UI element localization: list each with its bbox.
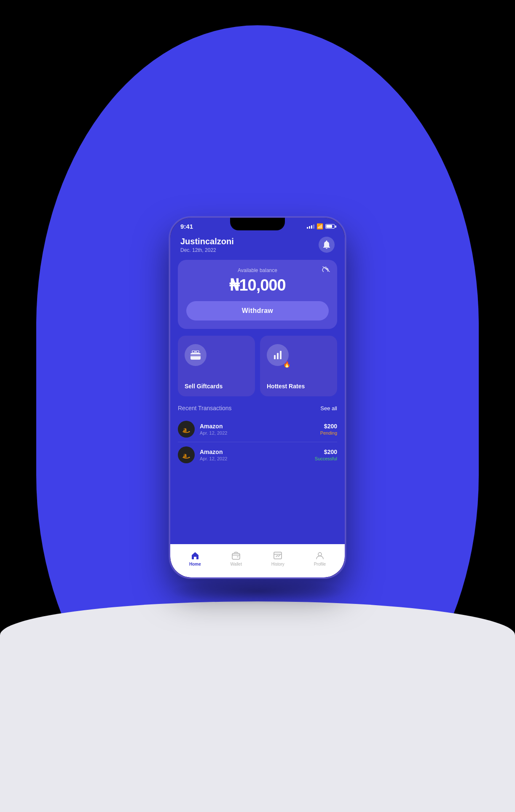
status-icons: 📶 (307, 223, 335, 230)
battery-icon (325, 224, 335, 229)
svg-rect-7 (280, 351, 282, 359)
see-all-button[interactable]: See all (320, 405, 337, 411)
bottom-navigation: Home Wallet (170, 544, 345, 577)
phone-notch (230, 218, 285, 230)
app-header: Justincalzoni Dec. 12th, 2022 (170, 230, 345, 258)
phone-shadow (169, 579, 346, 604)
svg-rect-10 (232, 553, 240, 559)
wallet-icon (231, 551, 241, 560)
sell-giftcards-label: Sell Giftcards (185, 383, 223, 390)
nav-profile[interactable]: Profile (309, 549, 331, 568)
hottest-rates-label: Hottest Rates (267, 383, 305, 390)
svg-rect-5 (274, 355, 276, 359)
history-icon (273, 551, 282, 560)
eye-slash-icon (322, 266, 330, 272)
user-date: Dec. 12th, 2022 (180, 247, 234, 253)
transaction-amount-1: $200 (320, 423, 337, 430)
bell-icon (323, 240, 330, 249)
notification-button[interactable] (319, 237, 335, 253)
wifi-icon: 📶 (317, 223, 323, 230)
sell-giftcards-card[interactable]: Sell Giftcards (178, 336, 255, 396)
amazon-logo-1: a (182, 425, 191, 434)
transaction-name-1: Amazon (200, 423, 315, 430)
transaction-amount-col-2: $200 Successful (315, 449, 337, 461)
giftcard-icon (190, 350, 201, 360)
transaction-amount-col-1: $200 Pending (320, 423, 337, 435)
balance-card: Available balance ₦10,000 Withdraw (178, 260, 337, 329)
merchant-avatar-amazon-1: a (178, 421, 195, 438)
nav-home[interactable]: Home (184, 549, 206, 568)
chart-icon (273, 351, 282, 359)
transaction-status-2: Successful (315, 456, 337, 461)
merchant-avatar-amazon-2: a (178, 446, 195, 463)
hide-balance-button[interactable] (322, 266, 330, 275)
svg-point-13 (318, 553, 322, 556)
transaction-date-2: Apr. 12, 2022 (200, 456, 310, 461)
transaction-item: a Amazon Apr. 12, 2022 $200 Pending (170, 417, 345, 442)
amazon-logo-2: a (182, 450, 191, 459)
signal-icon (307, 224, 314, 229)
transaction-date-1: Apr. 12, 2022 (200, 430, 315, 435)
withdraw-button[interactable]: Withdraw (186, 301, 329, 321)
balance-label: Available balance (186, 267, 329, 273)
phone-screen: 9:41 📶 Justincalzoni (170, 218, 345, 577)
transaction-info-2: Amazon Apr. 12, 2022 (200, 449, 310, 461)
user-greeting: Justincalzoni Dec. 12th, 2022 (180, 237, 234, 253)
svg-point-3 (196, 350, 199, 353)
home-icon (190, 551, 200, 560)
svg-rect-1 (190, 354, 201, 356)
transaction-amount-2: $200 (315, 449, 337, 455)
transaction-status-1: Pending (320, 430, 337, 435)
svg-rect-6 (277, 353, 279, 359)
transactions-header: Recent Transactions See all (170, 403, 345, 417)
transaction-info-1: Amazon Apr. 12, 2022 (200, 423, 315, 435)
transaction-name-2: Amazon (200, 449, 310, 455)
transaction-item-2: a Amazon Apr. 12, 2022 $200 Successful (170, 442, 345, 467)
nav-wallet[interactable]: Wallet (225, 549, 247, 568)
nav-home-label: Home (189, 562, 201, 566)
profile-icon (315, 551, 325, 560)
balance-amount: ₦10,000 (186, 276, 329, 294)
svg-point-2 (192, 350, 195, 353)
user-name: Justincalzoni (180, 237, 234, 246)
nav-wallet-label: Wallet (231, 562, 242, 566)
phone-frame: 9:41 📶 Justincalzoni (169, 216, 346, 579)
hottest-rates-card[interactable]: 🔥 Hottest Rates (260, 336, 337, 396)
sell-giftcards-icon-circle (185, 344, 207, 366)
nav-history-label: History (271, 562, 284, 566)
nav-history[interactable]: History (266, 549, 290, 568)
action-cards-grid: Sell Giftcards 🔥 Hottest Rates (170, 329, 345, 403)
phone-mockup: 9:41 📶 Justincalzoni (169, 216, 346, 579)
svg-point-11 (237, 556, 239, 558)
hottest-rates-icon-circle: 🔥 (267, 344, 289, 366)
nav-profile-label: Profile (314, 562, 326, 566)
transactions-title: Recent Transactions (178, 405, 232, 411)
status-time: 9:41 (180, 223, 193, 230)
fire-badge: 🔥 (283, 361, 290, 368)
